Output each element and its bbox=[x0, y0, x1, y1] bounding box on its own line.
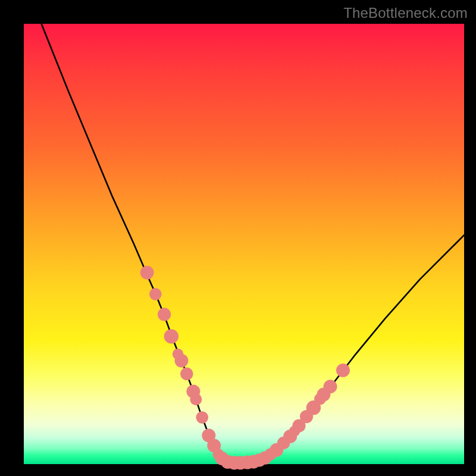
data-marker bbox=[149, 288, 162, 300]
watermark-text: TheBottleneck.com bbox=[343, 5, 468, 21]
data-marker bbox=[174, 354, 188, 368]
data-marker bbox=[336, 364, 350, 377]
marker-group bbox=[140, 266, 350, 470]
data-marker bbox=[164, 329, 178, 343]
curve-line bbox=[42, 24, 464, 463]
data-marker bbox=[196, 411, 208, 424]
data-marker bbox=[140, 266, 154, 280]
data-marker bbox=[158, 308, 171, 321]
data-marker bbox=[324, 380, 337, 393]
plot-area bbox=[24, 24, 464, 464]
chart-frame: TheBottleneck.com bbox=[0, 0, 476, 476]
chart-svg bbox=[24, 24, 464, 464]
data-marker bbox=[190, 393, 202, 405]
data-marker bbox=[180, 368, 193, 380]
